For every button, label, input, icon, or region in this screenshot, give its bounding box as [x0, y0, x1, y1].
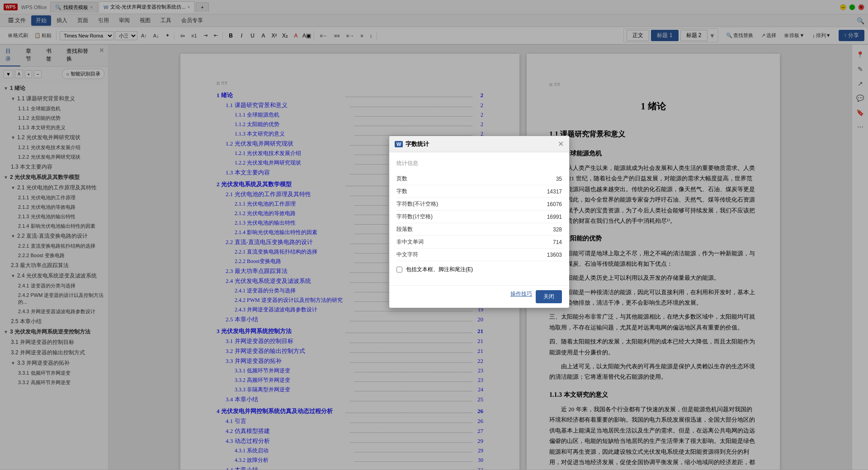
modal-stat-row: 段落数328: [396, 223, 562, 236]
modal-stat-label: 字符数(计空格): [396, 213, 526, 221]
modal-stat-label: 页数: [396, 175, 526, 183]
modal-footer: 操作技巧 关闭: [389, 285, 569, 308]
modal-close-btn[interactable]: ✕: [558, 140, 564, 148]
modal-stat-row: 字符数(计空格)16991: [396, 211, 562, 223]
modal-stat-label: 字符数(不计空格): [396, 200, 526, 208]
modal-wps-icon: W: [395, 141, 403, 147]
modal-stat-value: 328: [526, 226, 562, 233]
modal-title-text: 字数统计: [406, 140, 429, 148]
modal-stat-value: 16076: [526, 201, 562, 207]
modal-title: W 字数统计: [395, 140, 558, 148]
modal-overlay: W 字数统计 ✕ 统计信息 页数35字数14317字符数(不计空格)16076字…: [0, 0, 868, 470]
modal-checkbox-row: 包括文本框、脚注和尾注(E): [396, 261, 562, 278]
modal-stat-label: 非中文单词: [396, 238, 526, 246]
word-count-dialog: W 字数统计 ✕ 统计信息 页数35字数14317字符数(不计空格)16076字…: [389, 136, 570, 308]
modal-header: W 字数统计 ✕: [389, 136, 569, 152]
modal-section-title: 统计信息: [396, 160, 562, 167]
modal-body: 统计信息 页数35字数14317字符数(不计空格)16076字符数(计空格)16…: [389, 152, 569, 285]
modal-stat-row: 页数35: [396, 173, 562, 185]
include-footnotes-label: 包括文本框、脚注和尾注(E): [406, 266, 473, 273]
close-button[interactable]: 关闭: [536, 290, 562, 303]
modal-stat-label: 字数: [396, 188, 526, 195]
modal-stat-row: 中文字符13603: [396, 249, 562, 261]
modal-rows: 页数35字数14317字符数(不计空格)16076字符数(计空格)16991段落…: [396, 173, 562, 261]
modal-stat-row: 非中文单词714: [396, 236, 562, 249]
modal-stat-value: 14317: [526, 188, 562, 195]
modal-stat-label: 中文字符: [396, 251, 526, 258]
include-footnotes-checkbox[interactable]: [396, 267, 402, 273]
modal-stat-value: 35: [526, 176, 562, 182]
modal-stat-row: 字符数(不计空格)16076: [396, 198, 562, 211]
modal-stat-value: 13603: [526, 252, 562, 258]
tips-link[interactable]: 操作技巧: [510, 290, 532, 303]
modal-stat-value: 16991: [526, 214, 562, 220]
modal-stat-row: 字数14317: [396, 185, 562, 198]
modal-stat-label: 段落数: [396, 226, 526, 233]
modal-stat-value: 714: [526, 239, 562, 245]
